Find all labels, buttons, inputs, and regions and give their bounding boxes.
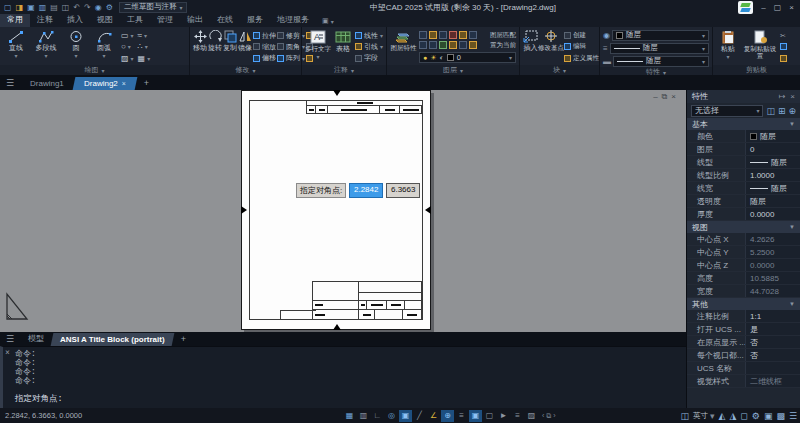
annotation-visibility-icon[interactable]: ◭ [718,411,725,421]
layer-set-current-button[interactable]: 置为当前 [490,41,516,50]
workspace-dropdown[interactable]: 二维草图与注释 ▾ [119,2,188,13]
tab-view[interactable]: 视图 [90,13,120,27]
layout-tabs-menu-icon[interactable]: ☰ [0,334,20,346]
layer-tools-row2[interactable] [419,41,488,50]
circle-button[interactable]: 圆▾ [63,29,89,65]
tab-insert[interactable]: 插入 [60,13,90,27]
tab-annotate[interactable]: 注释 [30,13,60,27]
clean-screen-icon[interactable]: ◻ [740,411,747,421]
settings-gear-icon[interactable]: ⚙ [752,411,760,421]
cut-button[interactable]: ✂ [780,30,787,41]
line-button[interactable]: 直线▾ [3,29,29,65]
match-properties-button[interactable] [780,53,787,64]
layer-tools-row1[interactable] [419,31,488,40]
mtext-button[interactable]: A 多行文字▾ [305,29,331,65]
print-icon[interactable]: ▤ [50,3,58,12]
command-prompt[interactable]: 指定对角点: [15,393,63,405]
close-tab-icon[interactable]: × [122,80,126,87]
help-icon[interactable]: ◉ [95,3,102,12]
field-button[interactable]: 字段 [355,53,383,64]
lineweight-dropdown[interactable]: 随层▾ [613,56,709,67]
panel-label-draw[interactable]: 绘图▾ [0,65,189,75]
unit-dropdown[interactable]: 英寸▾ [693,411,715,421]
rotate-button[interactable]: 旋转 [208,29,222,65]
panel-label-annotate[interactable]: 注释▾ [302,65,386,75]
layout-tab-model[interactable]: 模型 [18,331,53,346]
layer-match-button[interactable]: 图层匹配 [490,31,516,40]
insert-block-button[interactable]: 插入 [523,29,538,65]
layer-dropdown[interactable]: ● ☀ ◐ 0 ▾ [419,52,516,63]
region-tool[interactable]: ▦▾ [138,53,151,64]
paper-model-toggle-icon[interactable]: ◫ [680,411,689,421]
hatch-tool[interactable]: ▨▾ [121,53,134,64]
move-button[interactable]: 移动 [193,29,207,65]
new-file-icon[interactable]: ▢ [4,3,12,12]
panel-label-modify[interactable]: 修改▾ [190,65,301,75]
save-icon[interactable]: ▣ [27,3,35,12]
offset-button[interactable]: 偏移 [253,53,276,64]
tab-home[interactable]: 常用 [0,13,30,27]
array-button[interactable]: 阵列▾ [277,53,305,64]
panel-label-clipboard[interactable]: 剪贴板 [713,65,800,75]
object-snap-tracking-toggle[interactable]: ∠ [427,410,440,422]
copy-button[interactable]: 复制 [223,29,237,65]
layout-tab-ansi-a[interactable]: ANSI A Title Block (portrait) [51,333,174,346]
stretch-button[interactable]: 拉伸 [253,30,276,41]
table-button[interactable]: 表格 [333,29,353,65]
rectangle-tool[interactable]: ▭▾ [121,30,134,41]
new-doc-tab-button[interactable]: + [136,78,157,90]
linear-dim-button[interactable]: 线性▾ [355,30,383,41]
block-edit-button[interactable]: 编辑 [564,41,599,52]
auto-hide-icon[interactable]: ↦ [779,92,786,101]
command-line-panel[interactable]: × 命令: 命令: 命令: 命令: 指定对角点: [0,346,686,408]
layout-nav-controls[interactable]: ‹⧉› [542,410,556,422]
grid-display-toggle[interactable]: ▦ [343,410,356,422]
ribbon-collapse-button[interactable]: ▣▾ [322,17,334,27]
close-button[interactable]: × [789,3,794,12]
dynamic-input-toggle[interactable]: ⊕ [441,410,454,422]
tab-tools[interactable]: 工具 [120,13,150,27]
toggle-pickadd-icon[interactable]: ◫ [766,106,775,116]
object-snap-toggle[interactable]: ▣ [399,410,412,422]
color-dropdown[interactable]: 随层▾ [612,30,709,41]
doc-tabs-menu-icon[interactable]: ☰ [0,78,20,90]
undo-icon[interactable]: ↶ [73,3,80,12]
isometric-draft-toggle[interactable]: ╱ [413,410,426,422]
quick-properties-toggle[interactable]: ≡ [511,410,524,422]
dynamic-ucs-toggle[interactable]: ▣ [469,410,482,422]
display-mode-icon[interactable]: ▣ [764,411,773,421]
isolate-objects-toggle[interactable]: ▨ [525,410,538,422]
dynamic-input-x[interactable]: 2.2842 [349,183,383,198]
polar-tracking-toggle[interactable]: ◎ [385,410,398,422]
trim-button[interactable]: 修剪▾ [277,30,305,41]
panel-label-layer[interactable]: 图层▾ [387,65,519,75]
open-folder-icon[interactable]: ◨ [16,3,24,12]
annotation-monitor-toggle[interactable]: ▢ [483,410,496,422]
selection-dropdown[interactable]: 无选择▾ [691,105,763,117]
section-misc[interactable]: 其他▼ [687,298,800,310]
tab-online[interactable]: 在线 [210,13,240,27]
save-as-icon[interactable]: ▥ [39,3,47,12]
new-layout-button[interactable]: + [173,334,194,346]
block-create-button[interactable]: 创建 [564,30,599,41]
redo-icon[interactable]: ↷ [84,3,91,12]
scale-button[interactable]: 缩放 [253,41,276,52]
tab-geo[interactable]: 地理服务 [270,13,316,27]
linetype-dropdown[interactable]: 随层▾ [610,43,709,54]
fullscreen-icon[interactable]: ▩ [776,411,785,421]
layer-properties-button[interactable]: 图层特性 [390,29,417,65]
tab-output[interactable]: 输出 [180,13,210,27]
doc-tab-drawing2[interactable]: Drawing2× [72,77,137,90]
fillet-button[interactable]: 圆角▾ [277,41,305,52]
spline-tool[interactable]: ≈▾ [138,30,151,41]
doc-window-controls[interactable]: –⧉× [653,92,680,102]
copy-paste-settings-button[interactable]: 复制粘贴设置 [742,29,778,65]
define-attr-button[interactable]: 定义属性 [564,53,599,64]
quick-select-icon[interactable]: ⊕ [788,106,796,116]
edit-base-button[interactable]: 修改基点 [540,29,562,65]
snap-mode-toggle[interactable]: ▥ [357,410,370,422]
point-tool[interactable]: ∴▾ [138,41,151,52]
select-objects-icon[interactable]: ⊞ [778,106,786,116]
paste-button[interactable]: 粘贴▾ [716,29,740,65]
doc-tab-drawing1[interactable]: Drawing1 [19,77,76,90]
